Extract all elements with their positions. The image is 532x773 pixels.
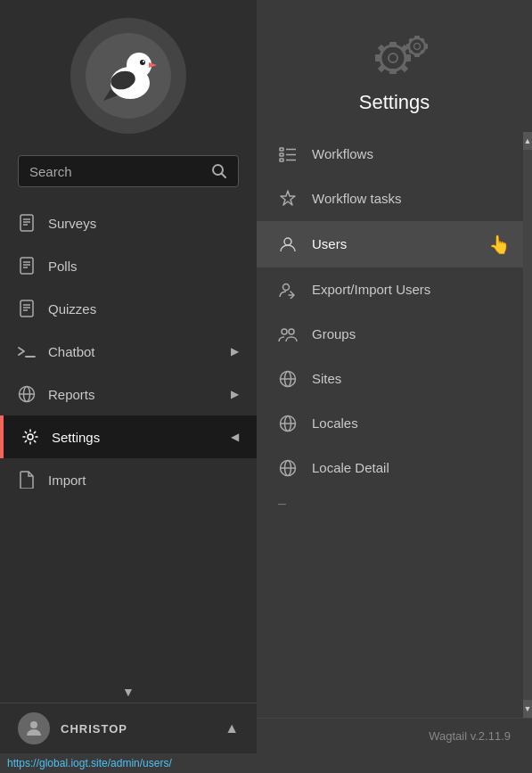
sites-globe-icon [278, 369, 298, 389]
left-nav-list: Surveys Polls Quizzes C [0, 201, 257, 681]
sidebar-item-import[interactable]: Import [0, 458, 257, 501]
pin-icon [278, 189, 298, 209]
user-export-icon [278, 280, 298, 300]
list-icon [278, 144, 298, 164]
settings-label: Settings [52, 430, 218, 445]
sidebar-item-surveys[interactable]: Surveys [0, 201, 257, 244]
right-nav-groups[interactable]: Groups [257, 312, 532, 357]
svg-point-5 [143, 61, 144, 62]
sidebar-item-reports[interactable]: Reports ▶ [0, 373, 257, 415]
svg-rect-10 [20, 215, 33, 231]
separator: – [257, 490, 532, 517]
gears-svg [359, 27, 439, 85]
sidebar-item-settings[interactable]: Settings ◀ [0, 415, 257, 458]
search-button[interactable] [211, 163, 227, 179]
avatar-icon [23, 718, 45, 739]
svg-rect-44 [408, 37, 413, 43]
avatar [18, 712, 50, 744]
svg-rect-49 [280, 153, 283, 156]
settings-gears-icon [359, 27, 430, 80]
logo-area [0, 0, 257, 148]
surveys-label: Surveys [48, 216, 239, 231]
scroll-down-arrow: ▼ [524, 704, 532, 713]
svg-point-27 [30, 721, 37, 728]
scroll-track [523, 150, 532, 700]
reports-globe-icon [18, 385, 36, 403]
right-nav-locales[interactable]: Locales [257, 401, 532, 446]
right-nav-list: Workflows Workflow tasks Users 👆 [257, 132, 532, 718]
scroll-down-area: ▼ [0, 681, 257, 703]
locales-label: Locales [312, 415, 511, 432]
polls-file-icon [18, 257, 36, 275]
workflow-tasks-label: Workflow tasks [312, 190, 511, 208]
user-icon [278, 234, 298, 254]
left-sidebar: Surveys Polls Quizzes C [0, 0, 257, 753]
locale-detail-globe-icon [278, 458, 298, 478]
right-nav-workflows[interactable]: Workflows [257, 132, 532, 177]
search-bar [18, 155, 239, 187]
user-area: CHRISTOP ▲ [0, 703, 257, 753]
sidebar-item-chatbot[interactable]: Chatbot ▶ [0, 330, 257, 373]
svg-rect-43 [424, 44, 428, 49]
url-text: https://global.iogt.site/admin/users/ [7, 757, 172, 769]
right-panel: Settings Workflows Workflow tasks [257, 0, 532, 753]
username-label: CHRISTOP [61, 722, 127, 736]
import-label: Import [48, 473, 239, 488]
chatbot-code-icon [18, 342, 36, 360]
settings-gear-icon [21, 428, 39, 446]
svg-point-57 [289, 329, 294, 334]
right-scroll-down-button[interactable]: ▼ [523, 700, 532, 718]
scroll-up-arrow: ▲ [524, 136, 532, 145]
group-icon [278, 325, 298, 344]
svg-rect-31 [389, 69, 397, 74]
svg-rect-48 [280, 148, 283, 151]
svg-point-39 [413, 44, 420, 50]
right-nav-workflow-tasks[interactable]: Workflow tasks [257, 177, 532, 221]
locale-detail-label: Locale Detail [312, 459, 511, 477]
right-scroll-up-button[interactable]: ▲ [523, 132, 532, 150]
sites-label: Sites [312, 370, 511, 388]
import-file-icon [18, 471, 36, 489]
url-bar: https://global.iogt.site/admin/users/ [0, 753, 532, 773]
workflows-label: Workflows [312, 145, 511, 163]
right-nav-export-import-users[interactable]: Export/Import Users [257, 267, 532, 312]
svg-rect-18 [20, 300, 33, 317]
locales-globe-icon [278, 414, 298, 433]
scroll-down-arrow[interactable]: ▼ [122, 685, 135, 699]
groups-label: Groups [312, 325, 511, 343]
cursor-hand-icon: 👆 [488, 234, 511, 255]
svg-rect-33 [405, 54, 411, 62]
svg-point-56 [282, 329, 287, 334]
svg-rect-50 [280, 159, 283, 161]
logo-circle [70, 18, 186, 134]
svg-rect-42 [406, 44, 410, 49]
svg-rect-14 [20, 258, 33, 274]
sidebar-item-polls[interactable]: Polls [0, 244, 257, 287]
svg-rect-41 [414, 53, 420, 57]
svg-point-4 [140, 60, 145, 65]
bird-logo [84, 31, 173, 120]
svg-rect-32 [375, 54, 381, 62]
polls-label: Polls [48, 259, 239, 274]
reports-label: Reports [48, 387, 218, 402]
settings-arrow-icon: ◀ [231, 431, 239, 443]
export-import-users-label: Export/Import Users [312, 281, 511, 299]
right-nav-sites[interactable]: Sites [257, 357, 532, 401]
settings-title: Settings [359, 91, 430, 114]
settings-header: Settings [257, 0, 532, 132]
right-scrollbar: ▲ ▼ [523, 132, 532, 718]
search-icon [211, 163, 227, 179]
right-nav-locale-detail[interactable]: Locale Detail [257, 446, 532, 490]
right-nav-users[interactable]: Users 👆 [257, 221, 532, 267]
svg-point-54 [284, 238, 291, 245]
svg-point-28 [381, 45, 405, 70]
search-input[interactable] [29, 164, 204, 179]
version-footer: Wagtail v.2.11.9 [257, 718, 532, 753]
chatbot-arrow-icon: ▶ [231, 345, 239, 358]
quizzes-file-icon [18, 300, 36, 317]
svg-point-55 [283, 284, 290, 291]
chatbot-label: Chatbot [48, 344, 218, 359]
svg-rect-30 [389, 42, 397, 47]
user-chevron-icon[interactable]: ▲ [225, 720, 239, 736]
sidebar-item-quizzes[interactable]: Quizzes [0, 287, 257, 330]
